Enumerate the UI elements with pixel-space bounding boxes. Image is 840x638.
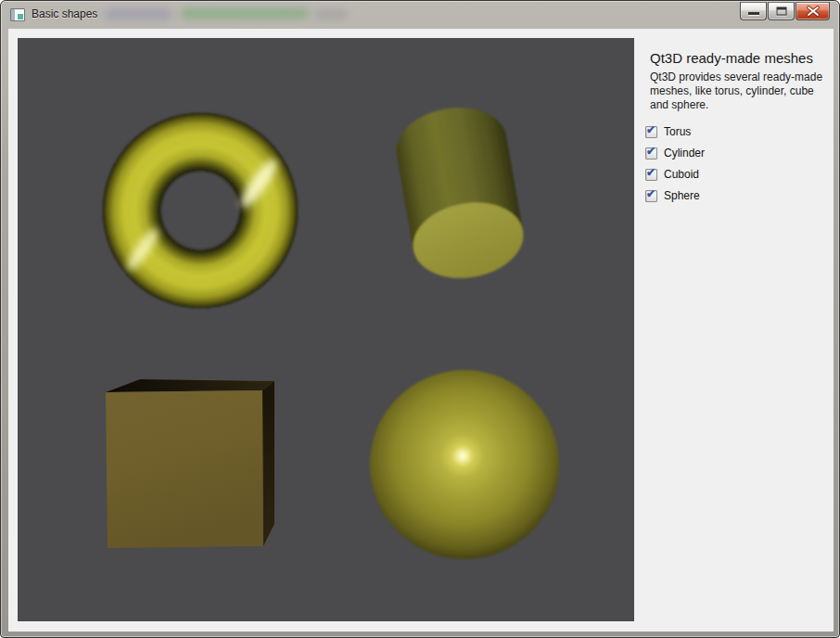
panel-heading: Qt3D ready-made meshes — [650, 50, 834, 66]
torus-mesh — [102, 112, 299, 309]
app-icon-dot — [18, 14, 23, 19]
sphere-checkbox[interactable]: ✔ — [645, 190, 657, 202]
cuboid-checkbox-label: Cuboid — [664, 168, 699, 181]
close-icon — [806, 6, 821, 17]
minimize-button[interactable] — [740, 2, 767, 20]
sphere-mesh — [370, 370, 559, 559]
window-title: Basic shapes — [32, 7, 97, 20]
maximize-icon — [776, 7, 786, 16]
app-icon[interactable] — [10, 8, 25, 21]
maximize-button[interactable] — [768, 2, 795, 20]
titlebar-smudge-1 — [105, 9, 172, 19]
cuboid-checkbox[interactable]: ✔ — [645, 169, 657, 181]
checkbox-row-cuboid[interactable]: ✔ Cuboid — [645, 168, 834, 181]
check-icon: ✔ — [646, 188, 655, 199]
mesh-checkbox-list: ✔ Torus ✔ Cylinder ✔ Cuboid — [640, 125, 834, 202]
checkbox-row-cylinder[interactable]: ✔ Cylinder — [645, 147, 834, 160]
panel-description: Qt3D provides several ready-made meshes,… — [650, 70, 834, 112]
3d-scene — [18, 38, 634, 621]
titlebar-smudge-3 — [314, 10, 348, 19]
sphere-checkbox-label: Sphere — [664, 189, 700, 202]
check-icon: ✔ — [646, 146, 655, 157]
minimize-icon — [748, 12, 759, 15]
client-area: Qt3D ready-made meshes Qt3D provides sev… — [8, 29, 834, 632]
checkbox-row-torus[interactable]: ✔ Torus — [645, 125, 834, 138]
app-icon-sidebar — [11, 9, 15, 20]
cuboid-mesh — [106, 379, 274, 548]
titlebar[interactable]: Basic shapes — [1, 1, 839, 29]
torus-checkbox-label: Torus — [664, 125, 691, 138]
control-panel: Qt3D ready-made meshes Qt3D provides sev… — [640, 29, 834, 632]
3d-viewport[interactable] — [18, 38, 634, 621]
caption-buttons — [739, 2, 830, 21]
cylinder-mesh — [390, 99, 529, 287]
panel-description-line: Qt3D provides several ready-made — [650, 70, 834, 84]
checkbox-row-sphere[interactable]: ✔ Sphere — [645, 189, 834, 202]
cylinder-checkbox[interactable]: ✔ — [645, 147, 657, 160]
app-window: Basic shapes — [0, 0, 840, 638]
panel-description-line: meshes, like torus, cylinder, cube — [650, 84, 834, 98]
torus-checkbox[interactable]: ✔ — [645, 126, 657, 138]
panel-description-line: and sphere. — [650, 98, 834, 112]
titlebar-smudge-2 — [181, 8, 309, 19]
check-icon: ✔ — [646, 167, 655, 178]
close-button[interactable] — [795, 2, 830, 20]
check-icon: ✔ — [646, 124, 655, 135]
cylinder-checkbox-label: Cylinder — [664, 147, 705, 160]
